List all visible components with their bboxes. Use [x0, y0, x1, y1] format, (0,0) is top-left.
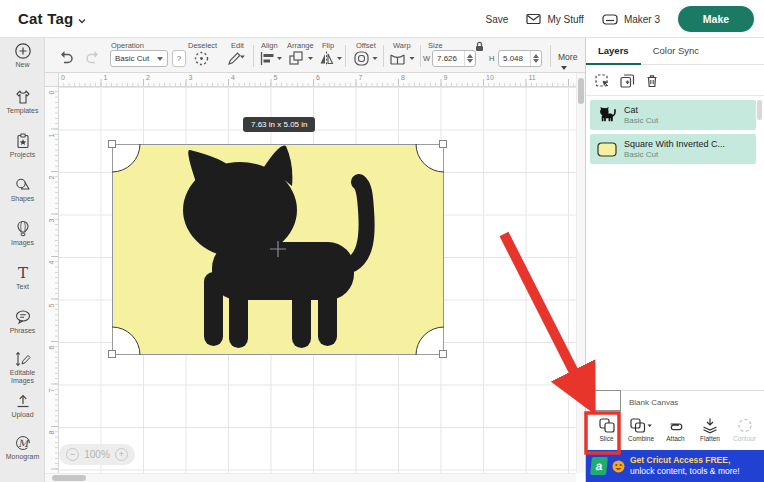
flatten-button[interactable]: Flatten: [694, 414, 727, 450]
selection-handle-top-left[interactable]: [108, 140, 116, 148]
caret-down-icon: [561, 66, 567, 70]
ruler-left-number: 1: [48, 130, 55, 140]
redo-icon: [84, 50, 101, 64]
selection-handle-top-right[interactable]: [439, 140, 447, 148]
selected-design[interactable]: [112, 144, 444, 355]
select-all-button[interactable]: [594, 73, 610, 89]
undo-icon: [58, 50, 75, 64]
project-title-menu[interactable]: Cat Tag: [18, 10, 87, 27]
canvas-horizontal-scrollbar[interactable]: [45, 473, 576, 482]
tag-and-cat-artwork: [112, 144, 444, 355]
ruler-top-number: 0: [61, 74, 65, 81]
ruler-left-number: 4: [48, 258, 55, 268]
undo-button[interactable]: [58, 50, 75, 64]
arrange-label: Arrange: [287, 41, 314, 50]
flatten-icon: [701, 417, 719, 434]
contour-button[interactable]: Contour: [728, 414, 761, 450]
height-stepper[interactable]: [530, 51, 541, 66]
cricut-design-space-app: Cat Tag Save My Stuff Maker 3 Make Opera…: [0, 0, 764, 482]
layer-row-square[interactable]: Square With Inverted C... Basic Cut: [590, 134, 756, 164]
new-plus-icon: [14, 42, 32, 60]
more-label: More: [558, 52, 577, 62]
ruler-top-number: 7: [359, 74, 363, 81]
upload-icon: [14, 392, 32, 410]
warp-button[interactable]: [389, 50, 416, 67]
size-tooltip: 7.63 in x 5.05 in: [243, 117, 315, 132]
selection-handle-bottom-right[interactable]: [439, 350, 447, 358]
size-label: Size: [428, 41, 443, 50]
select-all-icon: [594, 73, 610, 89]
selection-handle-bottom-left[interactable]: [108, 350, 116, 358]
make-button[interactable]: Make: [678, 6, 754, 32]
warp-label: Warp: [393, 41, 411, 50]
layer-row-cat[interactable]: Cat Basic Cut: [590, 100, 756, 130]
scrollbar-thumb[interactable]: [578, 78, 584, 104]
attach-button[interactable]: Attach: [659, 414, 692, 450]
ruler-corner: [45, 73, 59, 87]
panel-tabs: Layers Color Sync: [586, 38, 764, 65]
sidebar-item-editable-images[interactable]: Editable Images: [0, 350, 45, 385]
tab-color-sync[interactable]: Color Sync: [641, 38, 711, 65]
delete-button[interactable]: [644, 73, 660, 89]
sidebar-item-upload[interactable]: Upload: [0, 392, 45, 419]
sidebar-item-label: Images: [0, 239, 45, 247]
height-field[interactable]: 5.048: [498, 50, 542, 67]
layer-name: Cat: [624, 105, 658, 116]
my-stuff-button[interactable]: My Stuff: [526, 13, 584, 25]
sidebar-item-label: Shapes: [0, 195, 45, 203]
offset-button[interactable]: [353, 50, 379, 67]
operation-select[interactable]: Basic Cut: [110, 50, 168, 67]
design-canvas[interactable]: 01234567891011 012345678: [45, 73, 585, 482]
sidebar-item-templates[interactable]: Templates: [0, 88, 45, 115]
width-stepper[interactable]: [464, 51, 475, 66]
ruler-top-number: 9: [444, 74, 448, 81]
ruler-top-number: 11: [529, 74, 536, 81]
layer-name: Square With Inverted C...: [624, 139, 725, 150]
zoom-in-button[interactable]: +: [115, 448, 128, 461]
sidebar-item-projects[interactable]: Projects: [0, 132, 45, 159]
sidebar-item-new[interactable]: New: [0, 42, 45, 69]
project-title: Cat Tag: [18, 10, 73, 27]
panel-scrollbar-thumb[interactable]: [757, 100, 762, 120]
stepper-down-icon: [467, 59, 473, 63]
blank-canvas-row[interactable]: Blank Canvas: [586, 390, 764, 414]
arrange-button[interactable]: [288, 50, 314, 67]
tab-layers[interactable]: Layers: [586, 38, 641, 65]
sidebar-item-text[interactable]: T Text: [0, 264, 45, 291]
shapes-icon: [14, 176, 32, 194]
operation-help-button[interactable]: ?: [172, 50, 186, 67]
duplicate-button[interactable]: [619, 73, 635, 89]
ruler-top-number: 3: [189, 74, 193, 81]
sidebar-item-phrases[interactable]: Phrases: [0, 308, 45, 335]
edit-button[interactable]: [226, 50, 252, 67]
machine-selector[interactable]: Maker 3: [602, 14, 660, 25]
sidebar-item-monogram[interactable]: M Monogram: [0, 434, 45, 461]
flip-icon: [318, 50, 344, 67]
more-button[interactable]: More: [558, 52, 585, 72]
combine-button[interactable]: Combine: [625, 414, 658, 450]
ruler-top: 01234567891011: [59, 73, 576, 87]
redo-button[interactable]: [84, 50, 101, 64]
scrollbar-thumb[interactable]: [52, 475, 86, 481]
cricut-access-banner[interactable]: a Get Cricut Access FREE, unlock content…: [586, 450, 764, 482]
width-field[interactable]: 7.626: [432, 50, 476, 67]
zoom-out-button[interactable]: −: [66, 448, 79, 461]
chevron-down-icon: [77, 17, 87, 25]
sidebar-item-shapes[interactable]: Shapes: [0, 176, 45, 203]
slice-button[interactable]: Slice: [590, 414, 623, 450]
images-balloon-icon: [14, 220, 32, 238]
canvas-vertical-scrollbar[interactable]: [576, 73, 585, 473]
sidebar-item-images[interactable]: Images: [0, 220, 45, 247]
layer-action-bar: Slice Combine Attach Flatten Contour: [588, 414, 763, 450]
save-button[interactable]: Save: [486, 14, 509, 25]
align-label: Align: [261, 41, 278, 50]
lock-icon[interactable]: [474, 41, 485, 52]
flip-button[interactable]: [318, 50, 344, 67]
banner-line1: Get Cricut Access FREE,: [630, 455, 740, 466]
deselect-button[interactable]: [193, 50, 210, 67]
align-button[interactable]: [259, 50, 283, 67]
cricut-access-logo: a: [590, 457, 608, 475]
action-label: Flatten: [694, 435, 727, 442]
svg-text:M: M: [17, 438, 29, 449]
zoom-level: 100%: [84, 449, 110, 460]
